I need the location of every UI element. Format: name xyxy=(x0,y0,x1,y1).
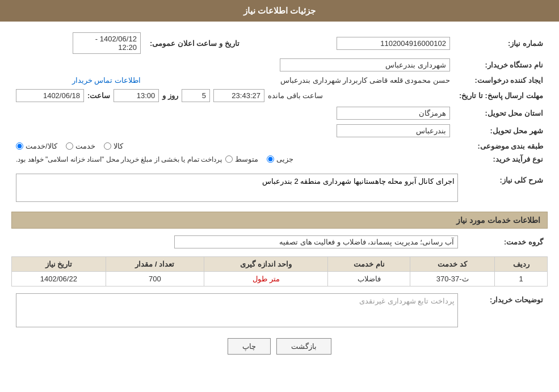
buyer-notes-label: توضیحات خریدار: xyxy=(463,291,548,330)
category-option-3[interactable]: کالا xyxy=(104,142,123,150)
purchase-type-note: پرداخت تمام یا بخشی از مبلغ خریدار محل "… xyxy=(16,155,222,163)
buyer-notes-content: پرداخت تابع شهرداری غیرنقدی xyxy=(16,293,458,327)
service-group-label: گروه خدمت: xyxy=(463,233,548,251)
category-radio-group: کالا/خدمت خدمت کالا xyxy=(16,142,450,150)
province-value: هرمزگان xyxy=(337,107,450,120)
category-option-2-label: خدمت xyxy=(75,142,95,150)
buyer-notes-text: پرداخت تابع شهرداری غیرنقدی xyxy=(359,297,455,305)
category-option-2[interactable]: خدمت xyxy=(66,142,95,150)
remaining-value: 23:43:27 xyxy=(213,89,264,102)
response-deadline-label: مهلت ارسال پاسخ: تا تاریخ: xyxy=(455,87,548,104)
action-buttons: بازگشت چاپ xyxy=(11,338,548,355)
category-option-3-label: کالا xyxy=(114,142,123,150)
announce-date-label: تاریخ و ساعت اعلان عمومی: xyxy=(145,30,244,56)
city-value: بندرعباس xyxy=(337,124,450,137)
days-value: 5 xyxy=(182,89,210,102)
creator-label: ایجاد کننده درخواست: xyxy=(455,74,548,87)
category-option-1[interactable]: کالا/خدمت xyxy=(16,142,57,150)
col-header-row: ردیف xyxy=(495,257,548,272)
back-button[interactable]: بازگشت xyxy=(276,338,331,355)
response-time-value: 13:00 xyxy=(114,89,159,102)
col-header-date: تاریخ نیاز xyxy=(12,257,106,272)
description-textarea[interactable]: اجرای کانال آبرو محله چاهستانیها شهرداری… xyxy=(16,174,458,202)
response-date-value: 1402/06/18 xyxy=(16,89,84,102)
cell-row: 1 xyxy=(495,272,548,286)
buyer-org-value: شهرداری بندرعباس xyxy=(280,58,450,71)
purchase-type-medium[interactable]: متوسط xyxy=(225,155,258,163)
purchase-type-small-label: جزیی xyxy=(276,155,293,163)
services-section-header: اطلاعات خدمات مورد نیاز xyxy=(11,212,548,229)
purchase-type-label: نوع فرآیند خرید: xyxy=(455,153,548,166)
need-number-label: شماره نیاز: xyxy=(455,30,548,56)
col-header-quantity: تعداد / مقدار xyxy=(106,257,204,272)
announce-date-value: 1402/06/12 - 12:20 xyxy=(73,32,141,54)
category-option-1-label: کالا/خدمت xyxy=(26,142,57,150)
days-label: روز و xyxy=(162,91,178,100)
table-row: 1 ث-37-370 فاضلاب متر طول 700 1402/06/22 xyxy=(12,272,548,286)
response-time-label: ساعت: xyxy=(87,91,110,100)
remaining-label: ساعت باقی مانده xyxy=(268,91,323,100)
buyer-org-label: نام دستگاه خریدار: xyxy=(455,56,548,74)
service-group-value: آب رسانی؛ مدیریت پسماند، فاضلاب و فعالیت… xyxy=(174,235,458,248)
province-label: استان محل تحویل: xyxy=(455,104,548,122)
cell-service-name: فاضلاب xyxy=(328,272,410,286)
purchase-type-small[interactable]: جزیی xyxy=(267,155,293,163)
description-label: شرح کلی نیاز: xyxy=(463,171,548,206)
city-label: شهر محل تحویل: xyxy=(455,122,548,140)
creator-value: حسن محمودی قلعه قاضی کاربردار شهرداری بن… xyxy=(280,76,450,85)
category-label: طبقه بندی موضوعی: xyxy=(455,140,548,153)
cell-date: 1402/06/22 xyxy=(12,272,106,286)
cell-unit: متر طول xyxy=(204,272,328,286)
purchase-type-medium-label: متوسط xyxy=(235,155,258,163)
need-number-value: 1102004916000102 xyxy=(337,37,450,50)
col-header-service-name: نام خدمت xyxy=(328,257,410,272)
cell-service-code: ث-37-370 xyxy=(410,272,495,286)
purchase-type-radio-group: متوسط جزیی xyxy=(225,155,293,163)
cell-quantity: 700 xyxy=(106,272,204,286)
services-table: ردیف کد خدمت نام خدمت واحد اندازه گیری ت… xyxy=(11,256,548,286)
contact-link[interactable]: اطلاعات تماس خریدار xyxy=(72,76,141,85)
print-button[interactable]: چاپ xyxy=(228,338,271,355)
col-header-unit: واحد اندازه گیری xyxy=(204,257,328,272)
col-header-service-code: کد خدمت xyxy=(410,257,495,272)
page-title: جزئیات اطلاعات نیاز xyxy=(0,0,559,22)
